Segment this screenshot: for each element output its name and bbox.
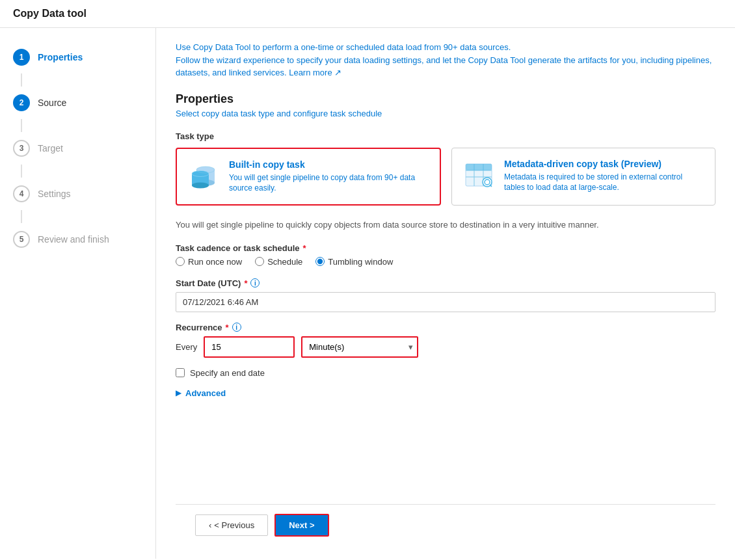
specify-end-date-row: Specify an end date <box>176 368 715 378</box>
recurrence-label: Recurrence * i <box>176 323 715 332</box>
properties-title: Properties <box>176 92 715 106</box>
radio-tumbling-input[interactable] <box>315 257 325 266</box>
advanced-label: Advanced <box>185 388 226 398</box>
recurrence-unit-select[interactable]: Minute(s) Hour(s) Day(s) Week(s) Month(s… <box>301 336 418 358</box>
metadata-card-desc: Metadata is required to be stored in ext… <box>504 172 704 194</box>
sidebar-item-source[interactable]: 2 Source <box>0 87 155 119</box>
task-cadence-group: Task cadence or task schedule * Run once… <box>176 243 715 267</box>
intro-block: Use Copy Data Tool to perform a one-time… <box>176 41 715 79</box>
sidebar: 1 Properties 2 Source 3 Target 4 Setting… <box>0 28 156 559</box>
sidebar-label-target: Target <box>38 143 63 153</box>
sidebar-label-settings: Settings <box>38 189 71 199</box>
properties-subtitle: Select copy data task type and configure… <box>176 109 715 118</box>
sidebar-label-review: Review and finish <box>38 234 109 245</box>
sidebar-label-properties: Properties <box>38 52 83 62</box>
recurrence-number-input[interactable] <box>204 336 295 358</box>
start-date-label: Start Date (UTC) * i <box>176 278 715 288</box>
sidebar-item-properties[interactable]: 1 Properties <box>0 41 155 73</box>
page-title: Copy Data tool <box>0 0 735 28</box>
connector-1 <box>21 73 22 87</box>
main-content: Use Copy Data Tool to perform a one-time… <box>156 28 735 559</box>
required-marker: * <box>303 243 306 253</box>
start-date-info-icon[interactable]: i <box>250 278 260 287</box>
radio-run-once-label: Run once now <box>188 257 242 267</box>
step-circle-3: 3 <box>13 140 30 157</box>
specify-end-date-checkbox[interactable] <box>176 368 185 377</box>
sidebar-item-settings[interactable]: 4 Settings <box>0 178 155 210</box>
task-cards: Built-in copy task You will get single p… <box>176 148 715 206</box>
start-date-input[interactable] <box>176 292 715 312</box>
footer: ‹ < Previous Next > <box>176 504 715 546</box>
intro-line1: Use Copy Data Tool to perform a one-time… <box>176 41 715 54</box>
radio-schedule-label: Schedule <box>267 257 302 267</box>
recurrence-row: Every Minute(s) Hour(s) Day(s) Week(s) M… <box>176 336 715 358</box>
chevron-right-icon: ▶ <box>176 388 181 397</box>
radio-schedule-input[interactable] <box>255 257 264 266</box>
sidebar-label-source: Source <box>38 98 66 108</box>
step-circle-4: 4 <box>13 185 30 202</box>
radio-group: Run once now Schedule Tumbling window <box>176 257 715 267</box>
sidebar-item-target[interactable]: 3 Target <box>0 132 155 165</box>
radio-tumbling-label: Tumbling window <box>328 257 393 267</box>
svg-point-5 <box>192 182 209 188</box>
specify-end-date-label[interactable]: Specify an end date <box>190 368 265 378</box>
radio-run-once[interactable]: Run once now <box>176 257 242 267</box>
next-label: Next > <box>289 520 314 530</box>
sidebar-item-review[interactable]: 5 Review and finish <box>0 223 155 256</box>
radio-schedule[interactable]: Schedule <box>255 257 302 267</box>
radio-run-once-input[interactable] <box>176 257 185 266</box>
connector-3 <box>21 165 22 178</box>
every-label: Every <box>176 342 197 352</box>
step-circle-5: 5 <box>13 231 30 248</box>
metadata-card-title: Metadata-driven copy task (Preview) <box>504 159 704 169</box>
builtin-card-desc: You will get single pipeline to copy dat… <box>229 172 429 194</box>
intro-line2: Follow the wizard experience to specify … <box>176 54 715 79</box>
task-card-builtin[interactable]: Built-in copy task You will get single p… <box>176 148 441 206</box>
start-date-group: Start Date (UTC) * i <box>176 278 715 312</box>
connector-2 <box>21 119 22 132</box>
title-text: Copy Data tool <box>13 8 87 19</box>
properties-section: Properties Select copy data task type an… <box>176 92 715 398</box>
svg-rect-13 <box>466 164 492 170</box>
builtin-card-content: Built-in copy task You will get single p… <box>229 159 429 194</box>
connector-4 <box>21 210 22 223</box>
builtin-card-title: Built-in copy task <box>229 159 429 170</box>
builtin-icon <box>187 159 220 192</box>
previous-button[interactable]: ‹ < Previous <box>195 514 268 536</box>
task-card-metadata[interactable]: Metadata-driven copy task (Preview) Meta… <box>451 148 715 206</box>
advanced-row[interactable]: ▶ Advanced <box>176 388 715 398</box>
learn-more-link[interactable]: Learn more ↗ <box>289 68 341 77</box>
recurrence-group: Recurrence * i Every Minute(s) Hour(s) D… <box>176 323 715 358</box>
chevron-left-icon: ‹ <box>209 520 211 530</box>
previous-label: < Previous <box>214 520 254 530</box>
content-scroll: Use Copy Data Tool to perform a one-time… <box>176 41 715 504</box>
recurrence-unit-wrapper: Minute(s) Hour(s) Day(s) Week(s) Month(s… <box>301 336 418 358</box>
next-button[interactable]: Next > <box>274 514 328 537</box>
recurrence-info-icon[interactable]: i <box>232 323 241 332</box>
step-circle-2: 2 <box>13 94 30 111</box>
task-cadence-label: Task cadence or task schedule * <box>176 243 715 253</box>
metadata-card-content: Metadata-driven copy task (Preview) Meta… <box>504 159 704 194</box>
task-description: You will get single pipeline to quickly … <box>176 219 715 232</box>
radio-tumbling-window[interactable]: Tumbling window <box>315 257 393 267</box>
task-type-label: Task type <box>176 131 715 141</box>
metadata-icon <box>462 159 495 191</box>
step-circle-1: 1 <box>13 49 30 66</box>
